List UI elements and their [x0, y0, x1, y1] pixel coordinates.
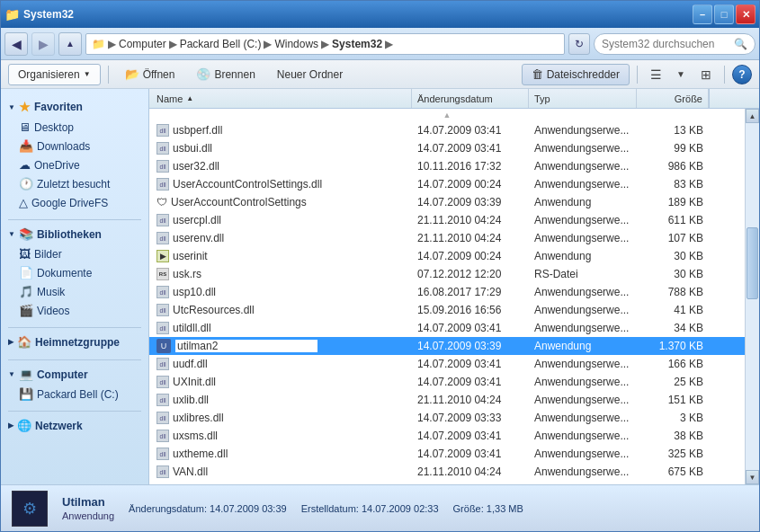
sidebar-item-desktop[interactable]: 🖥 Desktop [1, 118, 148, 137]
search-input[interactable] [602, 38, 730, 50]
table-row[interactable]: dllusbui.dll14.07.2009 03:41Anwendungser… [149, 139, 745, 157]
view-dropdown-button[interactable]: ▼ [670, 64, 692, 85]
col-header-size[interactable]: Größe [637, 89, 709, 108]
search-box[interactable]: 🔍 [594, 33, 756, 55]
breadcrumb-system32[interactable]: System32 [332, 38, 382, 50]
table-row[interactable]: U14.07.2009 03:39Anwendung1.370 KB [149, 337, 745, 355]
table-row[interactable]: dlluxtheme.dll14.07.2009 03:41Anwendungs… [149, 445, 745, 463]
table-row[interactable]: dllusercpl.dll21.11.2010 04:24Anwendungs… [149, 211, 745, 229]
utilman-icon: U [156, 339, 171, 353]
file-type-cell: Anwendungserwe... [529, 358, 637, 370]
computer-collapse-icon: ▼ [8, 370, 15, 378]
table-row[interactable]: dllUserAccountControlSettings.dll14.07.2… [149, 175, 745, 193]
forward-button[interactable]: ▶ [31, 32, 55, 56]
open-icon: 📂 [125, 67, 139, 81]
file-date-cell: 14.07.2009 03:39 [412, 196, 529, 208]
table-row[interactable]: dlluudf.dll14.07.2009 03:41Anwendungserw… [149, 355, 745, 373]
computer-header[interactable]: ▼ 💻 Computer [1, 364, 148, 385]
table-row[interactable]: dllusp10.dll16.08.2017 17:29Anwendungser… [149, 283, 745, 301]
change-date-label: Änderungsdatum: [129, 503, 207, 514]
table-row[interactable]: dlluserenv.dll21.11.2010 04:24Anwendungs… [149, 229, 745, 247]
sidebar-item-downloads[interactable]: 📥 Downloads [1, 137, 148, 155]
sidebar-divider-2 [8, 327, 141, 328]
scroll-track[interactable] [746, 123, 759, 470]
back-button[interactable]: ◀ [4, 32, 28, 56]
up-button[interactable]: ▲ [58, 32, 82, 56]
maximize-button[interactable]: □ [714, 4, 734, 24]
close-button[interactable]: ✕ [736, 4, 756, 24]
view-button-1[interactable]: ☰ [645, 64, 666, 85]
breadcrumb-computer[interactable]: Computer [119, 38, 166, 50]
status-size: Größe: 1,33 MB [453, 503, 523, 514]
file-rename-input[interactable] [174, 339, 318, 353]
refresh-button[interactable]: ↻ [568, 33, 590, 55]
new-folder-button[interactable]: Neuer Ordner [268, 64, 352, 85]
col-header-name[interactable]: Name ▲ [151, 89, 412, 108]
search-icon: 🔍 [734, 38, 747, 50]
scroll-down-button[interactable]: ▼ [746, 470, 759, 484]
googledrive-icon: △ [19, 196, 28, 209]
computer-icon: 💻 [19, 368, 33, 381]
breadcrumb[interactable]: 📁 ▶ Computer ▶ Packard Bell (C:) ▶ Windo… [85, 33, 565, 55]
homegroup-header[interactable]: ▶ 🏠 Heimnetzgruppe [1, 332, 148, 352]
help-button[interactable]: ? [732, 65, 752, 84]
sidebar-item-packardbell[interactable]: 💾 Packard Bell (C:) [1, 385, 148, 403]
table-row[interactable]: dllVAN.dll21.11.2010 04:24Anwendungserwe… [149, 463, 745, 481]
view-button-2[interactable]: ⊞ [695, 64, 717, 85]
network-header[interactable]: ▶ 🌐 Netzwerk [1, 415, 148, 436]
file-size-cell: 107 KB [637, 232, 709, 244]
breadcrumb-folder-icon: 📁 [92, 38, 105, 50]
favorites-header[interactable]: ▼ ★ Favoriten [1, 96, 148, 118]
breadcrumb-windows[interactable]: Windows [274, 38, 318, 50]
table-row[interactable]: RSusk.rs07.12.2012 12:20RS-Datei30 KB [149, 265, 745, 283]
file-type-cell: Anwendungserwe... [529, 178, 637, 191]
file-date-cell: 14.07.2009 03:41 [412, 142, 529, 155]
explorer-window: 📁 System32 – □ ✕ ◀ ▶ ▲ 📁 ▶ Computer ▶ Pa… [0, 0, 760, 532]
table-row[interactable]: ▶userinit14.07.2009 00:24Anwendung30 KB [149, 247, 745, 265]
libraries-header[interactable]: ▼ 📚 Bibliotheken [1, 224, 148, 244]
scroll-thumb[interactable] [747, 227, 758, 299]
file-type-cell: Anwendung [529, 340, 637, 352]
sidebar-item-music[interactable]: 🎵 Musik [1, 282, 148, 301]
file-name-cell: RSusk.rs [151, 268, 412, 280]
title-bar: 📁 System32 – □ ✕ [1, 1, 759, 28]
file-name-text: uudf.dll [173, 358, 208, 370]
open-button[interactable]: 📂 Öffnen [116, 64, 184, 85]
table-row[interactable]: dlluser32.dll10.11.2016 17:32Anwendungse… [149, 157, 745, 175]
file-size-cell: 611 KB [637, 214, 709, 226]
sidebar-item-documents[interactable]: 📄 Dokumente [1, 263, 148, 282]
scroll-up-button[interactable]: ▲ [746, 109, 759, 123]
burn-icon: 💿 [196, 67, 210, 81]
table-row[interactable]: dllUtcResources.dll15.09.2016 16:56Anwen… [149, 301, 745, 319]
table-row[interactable]: dlluxsms.dll14.07.2009 03:41Anwendungser… [149, 427, 745, 445]
table-row[interactable]: dllutildll.dll14.07.2009 03:41Anwendungs… [149, 319, 745, 337]
vertical-scrollbar[interactable]: ▲ ▼ [745, 109, 759, 484]
file-type-cell: Anwendungserwe... [529, 160, 637, 173]
libraries-collapse-icon: ▼ [8, 230, 15, 238]
sidebar-item-googledrive[interactable]: △ Google DriveFS [1, 193, 148, 212]
table-row[interactable]: dllUXInit.dll14.07.2009 03:41Anwendungse… [149, 373, 745, 391]
table-row[interactable]: dlluxlibres.dll14.07.2009 03:33Anwendung… [149, 409, 745, 427]
file-date-cell: 21.11.2010 04:24 [412, 214, 529, 226]
organize-button[interactable]: Organisieren ▼ [8, 64, 101, 85]
col-header-type[interactable]: Typ [529, 89, 637, 108]
breadcrumb-drive[interactable]: Packard Bell (C:) [180, 38, 262, 50]
col-header-date[interactable]: Änderungsdatum [412, 89, 529, 108]
sidebar-item-videos[interactable]: 🎬 Videos [1, 301, 148, 320]
table-row[interactable]: dllusbperf.dll14.07.2009 03:41Anwendungs… [149, 121, 745, 139]
sidebar-item-onedrive[interactable]: ☁ OneDrive [1, 155, 148, 174]
table-row[interactable]: 🛡UserAccountControlSettings14.07.2009 03… [149, 193, 745, 211]
folder-title-icon: 📁 [4, 7, 20, 22]
table-row[interactable]: dlluxlib.dll21.11.2010 04:24Anwendungser… [149, 391, 745, 409]
sidebar-item-recent[interactable]: 🕐 Zuletzt besucht [1, 174, 148, 193]
minimize-button[interactable]: – [693, 4, 712, 24]
onedrive-icon: ☁ [19, 158, 31, 172]
file-name-text: userenv.dll [173, 232, 224, 244]
dateischredder-button[interactable]: 🗑 Dateischredder [522, 64, 630, 85]
file-size-cell: 675 KB [637, 466, 709, 478]
network-label: Netzwerk [35, 420, 83, 432]
sidebar-item-pictures[interactable]: 🖼 Bilder [1, 244, 148, 263]
file-name-cell[interactable]: U [151, 339, 412, 353]
file-type-cell: Anwendung [529, 196, 637, 208]
burn-button[interactable]: 💿 Brennen [187, 64, 264, 85]
